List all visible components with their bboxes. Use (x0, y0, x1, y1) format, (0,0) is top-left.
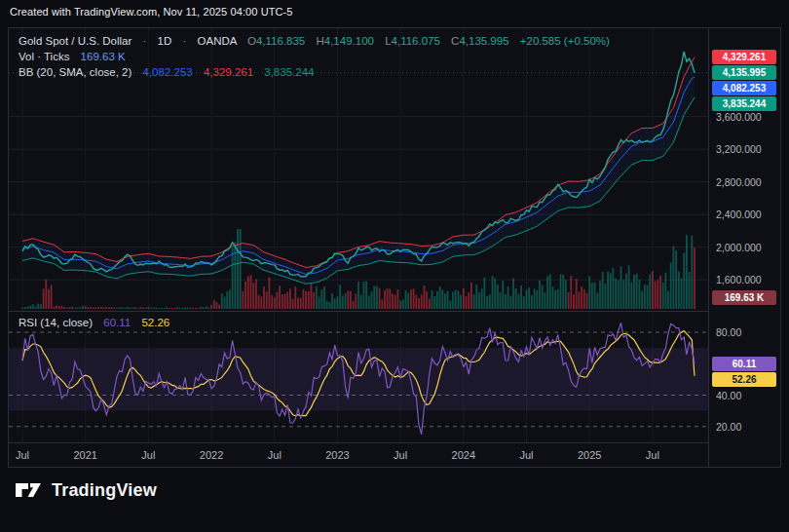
time-tick-label: 2022 (200, 449, 223, 461)
price-tick-label: 2,800.000 (716, 176, 762, 188)
time-tick-label: 2025 (578, 449, 601, 461)
rsi-chart[interactable] (9, 312, 708, 442)
open-label: O (247, 35, 256, 47)
bb-legend[interactable]: BB (20, SMA, close, 2) 4,082.253 4,329.2… (19, 66, 314, 78)
rsi-value: 60.11 (103, 317, 131, 328)
price-badge: 3,835.244 (712, 96, 776, 111)
time-tick-label: 2024 (452, 449, 475, 461)
bb-lower-value: 3,835.244 (264, 66, 314, 78)
time-tick-label: Jul (646, 449, 659, 461)
time-tick-label: 2021 (73, 449, 96, 461)
time-tick-label: Jul (141, 449, 155, 461)
time-tick-label: Jul (268, 449, 282, 461)
attribution-text: Created with TradingView.com, Nov 11, 20… (10, 6, 293, 18)
tradingview-brand[interactable]: TradingView (14, 477, 157, 503)
rsi-tick-label: 40.00 (716, 390, 741, 401)
close-value: 4,135.995 (459, 35, 508, 47)
price-badge: 4,329.261 (712, 50, 776, 64)
price-scale[interactable]: 3,600.0003,200.0002,800.0002,400.0002,00… (708, 28, 780, 467)
symbol-legend[interactable]: Gold Spot / U.S. Dollar · 1D · OANDA O4,… (19, 35, 610, 47)
time-tick-label: Jul (519, 449, 533, 461)
bb-upper-value: 4,329.261 (204, 66, 253, 78)
symbol-title[interactable]: Gold Spot / U.S. Dollar (19, 35, 132, 47)
volume-value: 169.63 K (81, 51, 126, 62)
time-tick-label: Jul (394, 449, 407, 461)
price-badge: 4,135.995 (712, 65, 776, 80)
volume-indicator-label[interactable]: Vol · Ticks (19, 51, 69, 62)
price-tick-label: 3,600.000 (716, 111, 762, 123)
interval-label[interactable]: 1D (158, 35, 172, 47)
volume-badge: 169.63 K (712, 290, 776, 305)
rsi-badge: 60.11 (712, 357, 776, 371)
rsi-ma-value: 52.26 (141, 317, 169, 328)
volume-legend[interactable]: Vol · Ticks 169.63 K (19, 51, 126, 62)
chart-panel[interactable]: Gold Spot / U.S. Dollar · 1D · OANDA O4,… (8, 27, 781, 468)
bb-basis-value: 4,082.253 (143, 66, 193, 78)
separator-dot: · (143, 35, 147, 47)
price-tick-label: 2,400.000 (716, 209, 762, 220)
time-axis[interactable]: Jul2021Jul2022Jul2023Jul2024Jul2025Jul (9, 443, 708, 467)
time-tick-label: Jul (16, 449, 29, 461)
screenshot-root: { "attribution": "Created with TradingVi… (0, 0, 789, 532)
price-badge: 4,082.253 (712, 81, 776, 95)
rsi-tick-label: 20.00 (716, 421, 741, 433)
open-value: 4,116.835 (256, 35, 305, 47)
price-tick-label: 1,600.000 (716, 274, 762, 285)
rsi-tick-label: 80.00 (716, 326, 741, 338)
rsi-badge: 52.26 (712, 372, 776, 387)
separator-dot: · (182, 35, 186, 47)
high-value: 4,149.100 (324, 35, 374, 47)
price-tick-label: 2,000.000 (716, 242, 762, 253)
high-label: H (316, 35, 323, 47)
brand-wordmark: TradingView (52, 480, 157, 501)
price-tick-label: 3,200.000 (716, 143, 762, 155)
time-tick-label: 2023 (325, 449, 349, 461)
rsi-indicator-label[interactable]: RSI (14, close) (19, 317, 93, 328)
rsi-legend[interactable]: RSI (14, close) 60.11 52.26 (19, 317, 169, 328)
exchange-label: OANDA (198, 35, 237, 47)
tradingview-logo-icon (14, 477, 43, 503)
change-value: +20.585 (+0.50%) (520, 35, 610, 47)
bb-indicator-label[interactable]: BB (20, SMA, close, 2) (19, 66, 132, 78)
low-value: 4,116.075 (392, 35, 440, 47)
